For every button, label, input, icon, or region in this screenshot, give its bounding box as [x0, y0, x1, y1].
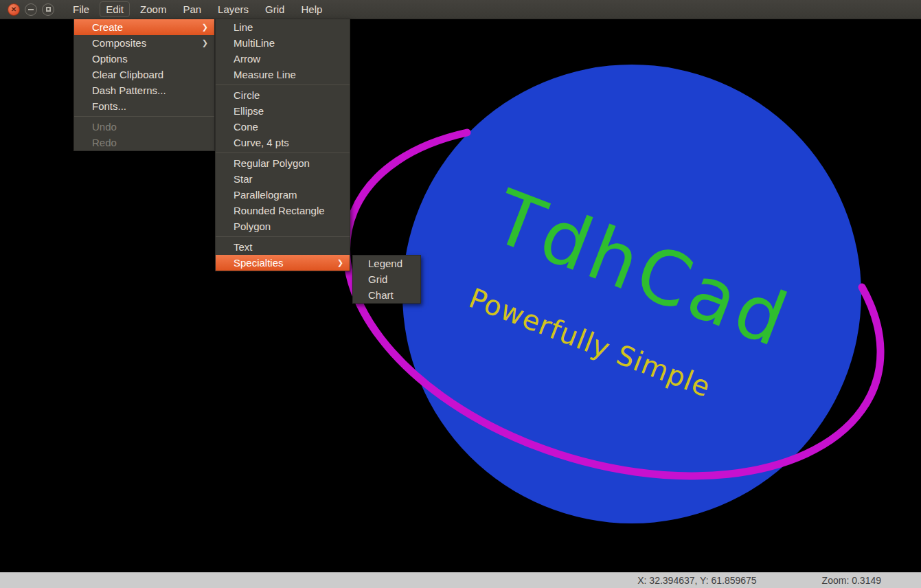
menu-item-label: MultiLine: [216, 35, 275, 51]
maximize-button[interactable]: [42, 3, 54, 16]
menu-item-star[interactable]: Star: [216, 171, 350, 187]
menu-item-label: Dash Patterns...: [74, 82, 166, 98]
menu-item-measure-line[interactable]: Measure Line: [216, 67, 350, 82]
specialties-submenu-panel: Legend Grid Chart: [352, 255, 421, 304]
edit-menu-panel: Create ❯ Composites ❯ Options Clear Clip…: [73, 19, 215, 151]
menu-item-label: Star: [216, 171, 253, 187]
cursor-coordinates: X: 32.394637, Y: 61.859675: [637, 575, 756, 586]
close-icon: ✕: [11, 6, 16, 13]
statusbar: X: 32.394637, Y: 61.859675 Zoom: 0.3149: [0, 572, 921, 588]
maximize-icon: [46, 7, 51, 12]
menu-item-multiline[interactable]: MultiLine: [216, 35, 350, 51]
menu-item-label: Measure Line: [216, 67, 296, 82]
menu-item-label: Legend: [353, 256, 402, 271]
submenu-arrow-icon: ❯: [202, 19, 208, 35]
menu-item-label: Redo: [74, 135, 117, 150]
menu-item-arrow[interactable]: Arrow: [216, 51, 350, 67]
menu-separator: [216, 84, 350, 85]
menu-item-label: Regular Polygon: [216, 155, 310, 171]
menu-item-label: Parallelogram: [216, 187, 297, 203]
menu-item-fonts[interactable]: Fonts...: [74, 98, 214, 114]
menu-item-options[interactable]: Options: [74, 51, 214, 67]
menu-separator: [74, 116, 214, 117]
menu-item-cone[interactable]: Cone: [216, 119, 350, 135]
menu-item-line[interactable]: Line: [216, 19, 350, 35]
menu-separator: [216, 152, 350, 153]
menu-item-label: Composites: [74, 35, 146, 51]
menu-item-parallelogram[interactable]: Parallelogram: [216, 187, 350, 203]
menu-separator: [216, 236, 350, 237]
minimize-icon: [28, 9, 34, 10]
menu-item-label: Polygon: [216, 218, 271, 234]
menu-item-label: Specialties: [216, 255, 284, 271]
menu-item-create[interactable]: Create ❯: [74, 19, 214, 35]
menu-item-label: Clear Clipboard: [74, 67, 163, 82]
create-submenu-panel: Line MultiLine Arrow Measure Line Circle…: [215, 19, 350, 271]
menu-item-label: Grid: [353, 271, 387, 287]
minimize-button[interactable]: [25, 3, 37, 16]
menu-item-label: Chart: [353, 287, 394, 303]
menu-item-dash-patterns[interactable]: Dash Patterns...: [74, 82, 214, 98]
menubar-item-pan[interactable]: Pan: [177, 1, 207, 17]
menu-item-label: Ellipse: [216, 103, 264, 119]
menu-item-label: Text: [216, 239, 253, 255]
submenu-arrow-icon: ❯: [202, 35, 208, 51]
menu-item-redo[interactable]: Redo: [74, 135, 214, 150]
menu-item-label: Arrow: [216, 51, 260, 67]
menubar-item-help[interactable]: Help: [295, 1, 328, 17]
menubar: ✕ File Edit Zoom Pan Layers Grid Help: [0, 0, 921, 19]
menu-item-label: Cone: [216, 119, 258, 135]
menu-item-specialties[interactable]: Specialties ❯: [216, 255, 350, 271]
menubar-item-layers[interactable]: Layers: [212, 1, 255, 17]
menu-item-clear-clipboard[interactable]: Clear Clipboard: [74, 67, 214, 82]
menubar-items: File Edit Zoom Pan Layers Grid Help: [67, 1, 328, 17]
menu-item-label: Circle: [216, 87, 260, 103]
menu-item-curve-4pts[interactable]: Curve, 4 pts: [216, 135, 350, 150]
menubar-item-grid[interactable]: Grid: [259, 1, 291, 17]
menu-item-ellipse[interactable]: Ellipse: [216, 103, 350, 119]
menu-item-regular-polygon[interactable]: Regular Polygon: [216, 155, 350, 171]
menubar-item-edit[interactable]: Edit: [100, 1, 130, 17]
menu-item-label: Create: [74, 19, 123, 35]
menu-item-label: Line: [216, 19, 253, 35]
menu-item-polygon[interactable]: Polygon: [216, 218, 350, 234]
menubar-item-file[interactable]: File: [67, 1, 95, 17]
menu-item-legend[interactable]: Legend: [353, 256, 420, 271]
menubar-item-zoom[interactable]: Zoom: [134, 1, 172, 17]
menu-item-label: Fonts...: [74, 98, 126, 114]
menu-item-label: Undo: [74, 119, 117, 135]
menu-item-circle[interactable]: Circle: [216, 87, 350, 103]
window-controls: ✕: [0, 3, 54, 16]
zoom-level: Zoom: 0.3149: [822, 575, 881, 586]
menu-item-chart[interactable]: Chart: [353, 287, 420, 303]
menu-item-text[interactable]: Text: [216, 239, 350, 255]
menu-item-undo[interactable]: Undo: [74, 119, 214, 135]
menu-item-grid[interactable]: Grid: [353, 271, 420, 287]
menu-item-label: Options: [74, 51, 128, 67]
menu-item-label: Rounded Rectangle: [216, 203, 325, 218]
submenu-arrow-icon: ❯: [337, 255, 343, 271]
menu-item-rounded-rectangle[interactable]: Rounded Rectangle: [216, 203, 350, 218]
menu-item-composites[interactable]: Composites ❯: [74, 35, 214, 51]
close-button[interactable]: ✕: [8, 3, 20, 16]
menu-item-label: Curve, 4 pts: [216, 135, 289, 150]
